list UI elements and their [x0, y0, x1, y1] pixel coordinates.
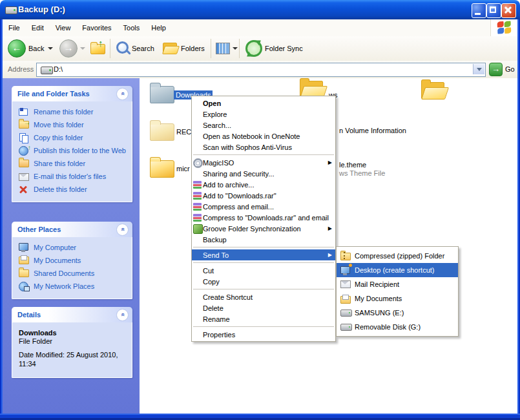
address-bar: Address D:\ → Go	[3, 61, 517, 79]
drive-icon	[340, 322, 351, 332]
menu-favorites[interactable]: Favorites	[76, 24, 117, 32]
collapse-chevron-icon[interactable]: «	[116, 224, 129, 236]
ctx-sharing-security[interactable]: Sharing and Security...	[192, 168, 335, 179]
ctx-create-shortcut[interactable]: Create Shortcut	[192, 291, 335, 302]
menu-view[interactable]: View	[50, 24, 77, 32]
sendto-removable-g[interactable]: Removable Disk (G:)	[337, 320, 458, 334]
forward-button[interactable]: →	[59, 39, 78, 58]
file-label-rec[interactable]: REC	[176, 128, 191, 136]
ctx-cut[interactable]: Cut	[192, 265, 335, 276]
ctx-properties[interactable]: Properties	[192, 329, 335, 340]
search-icon[interactable]	[116, 41, 129, 54]
submenu-arrow-icon: ▶	[328, 160, 332, 165]
go-button[interactable]: →	[489, 63, 503, 76]
drive-icon	[340, 308, 351, 318]
ctx-backup[interactable]: Backup	[192, 234, 335, 245]
go-label[interactable]: Go	[505, 65, 515, 73]
menu-label: SAMSUNG (E:)	[355, 309, 404, 317]
task-rename[interactable]: Rename this folder	[17, 106, 129, 119]
collapse-chevron-icon[interactable]: «	[116, 88, 129, 100]
back-label[interactable]: Back	[28, 45, 44, 52]
ctx-compress-email[interactable]: Compress and email...	[192, 201, 335, 212]
task-label[interactable]: Delete this folder	[34, 185, 87, 194]
ctx-explore[interactable]: Explore	[192, 109, 335, 120]
ctx-rename[interactable]: Rename	[192, 313, 335, 324]
minimize-button[interactable]	[472, 3, 486, 18]
task-label[interactable]: Share this folder	[34, 159, 85, 168]
menu-edit[interactable]: Edit	[26, 24, 50, 32]
place-my-computer[interactable]: My Computer	[17, 242, 129, 255]
task-label[interactable]: Publish this folder to the Web	[34, 146, 126, 155]
address-value: D:\	[54, 65, 63, 73]
title-bar[interactable]: Backup (D:)	[0, 0, 520, 19]
ctx-groove[interactable]: Groove Folder Synchronization▶	[192, 223, 335, 234]
ctx-search[interactable]: Search...	[192, 120, 335, 131]
sendto-samsung-e[interactable]: SAMSUNG (E:)	[337, 306, 458, 320]
collapse-chevron-icon[interactable]: «	[116, 309, 129, 321]
forward-dropdown-icon	[80, 47, 85, 50]
back-button[interactable]: ←	[8, 39, 26, 58]
place-network[interactable]: My Network Places	[17, 280, 129, 293]
details-panel: Details « Downloads File Folder Date Mod…	[12, 307, 132, 378]
place-label[interactable]: My Computer	[34, 243, 76, 252]
ctx-add-to-rar[interactable]: Add to "Downloads.rar"	[192, 190, 335, 201]
menu-tools[interactable]: Tools	[118, 24, 146, 32]
task-email[interactable]: E-mail this folder's files	[17, 171, 129, 184]
folders-label[interactable]: Folders	[181, 45, 205, 52]
task-delete[interactable]: Delete this folder	[17, 184, 129, 196]
search-label[interactable]: Search	[132, 45, 154, 52]
task-share[interactable]: Share this folder	[17, 158, 129, 171]
place-label[interactable]: My Network Places	[34, 282, 94, 291]
folder-icon-downloads[interactable]	[150, 86, 174, 103]
task-publish[interactable]: ↑ Publish this folder to the Web	[17, 145, 129, 158]
views-dropdown-icon[interactable]	[233, 47, 238, 50]
ctx-delete[interactable]: Delete	[192, 302, 335, 313]
menu-help[interactable]: Help	[145, 24, 172, 32]
folder-sync-icon[interactable]	[245, 40, 262, 57]
place-shared-documents[interactable]: Shared Documents	[17, 268, 129, 280]
address-input[interactable]: D:\	[36, 63, 486, 77]
place-label[interactable]: My Documents	[34, 256, 81, 265]
details-panel-header[interactable]: Details «	[12, 307, 132, 322]
place-my-documents[interactable]: My Documents	[17, 255, 129, 268]
ctx-compress-rar-email[interactable]: Compress to "Downloads.rar" and email	[192, 212, 335, 223]
file-label-theme[interactable]: le.theme	[339, 161, 366, 169]
menu-file[interactable]: File	[3, 24, 26, 32]
maximize-button[interactable]	[486, 3, 501, 18]
folder-sync-label[interactable]: Folder Sync	[265, 45, 303, 52]
ctx-open[interactable]: Open	[192, 98, 335, 109]
file-label-micr[interactable]: micr	[176, 165, 190, 173]
task-label[interactable]: Rename this folder	[34, 107, 93, 116]
ctx-copy[interactable]: Copy	[192, 276, 335, 287]
chevron-down-icon	[477, 68, 482, 71]
address-dropdown-button[interactable]	[473, 64, 484, 74]
ctx-onenote[interactable]: Open as Notebook in OneNote	[192, 131, 335, 142]
close-button[interactable]	[501, 3, 516, 18]
menu-separator	[193, 262, 334, 263]
place-label[interactable]: Shared Documents	[34, 269, 94, 278]
folder-icon-top-right[interactable]	[421, 82, 447, 100]
menu-label: Open as Notebook in OneNote	[203, 132, 300, 140]
folders-icon[interactable]	[163, 43, 178, 54]
task-move[interactable]: → Move this folder	[17, 119, 129, 132]
ctx-sophos[interactable]: Scan with Sophos Anti-Virus	[192, 142, 335, 152]
views-icon[interactable]	[216, 43, 230, 54]
sendto-zipped-folder[interactable]: Compressed (zipped) Folder	[337, 249, 458, 263]
ctx-add-to-archive[interactable]: Add to archive...	[192, 179, 335, 190]
task-copy[interactable]: Copy this folder	[17, 132, 129, 145]
send-to-submenu: Compressed (zipped) Folder Desktop (crea…	[336, 246, 459, 337]
sendto-mail-recipient[interactable]: Mail Recipient	[337, 277, 458, 291]
ctx-send-to[interactable]: Send To▶	[192, 249, 335, 260]
folder-icon-micr[interactable]	[150, 160, 174, 178]
places-panel-header[interactable]: Other Places «	[12, 222, 132, 237]
back-dropdown-icon[interactable]	[48, 47, 53, 50]
tasks-panel-header[interactable]: File and Folder Tasks «	[12, 86, 132, 101]
folder-icon-rec[interactable]	[150, 123, 174, 141]
ctx-magiciso[interactable]: MagicISO▶	[192, 157, 335, 168]
sendto-desktop[interactable]: Desktop (create shortcut)	[337, 263, 458, 277]
sendto-my-documents[interactable]: My Documents	[337, 291, 458, 306]
task-label[interactable]: Move this folder	[34, 120, 84, 129]
task-label[interactable]: Copy this folder	[34, 133, 83, 142]
task-label[interactable]: E-mail this folder's files	[34, 172, 106, 181]
file-label-volume[interactable]: n Volume Information	[339, 127, 406, 134]
